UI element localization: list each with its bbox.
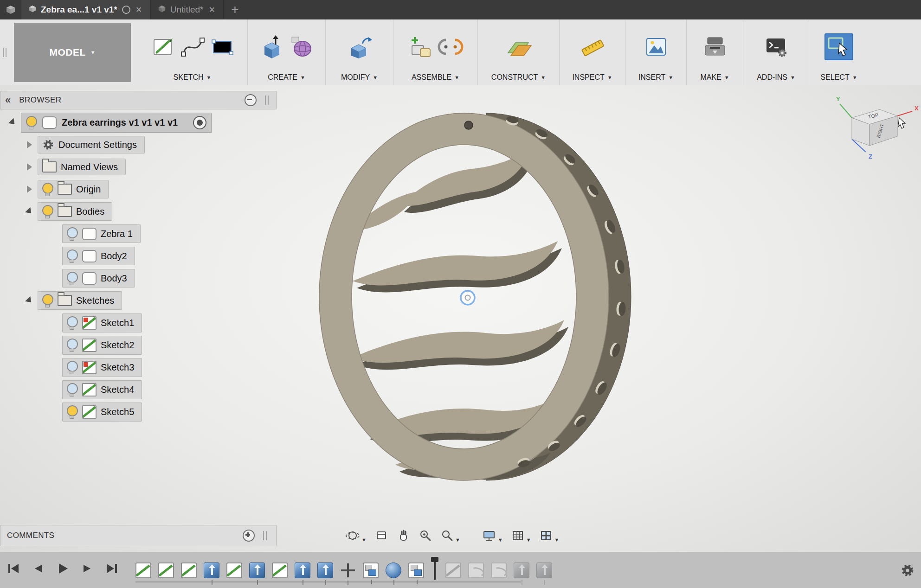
visibility-bulb-icon[interactable] bbox=[67, 272, 78, 283]
browser-root-component[interactable]: Zebra earrings v1 v1 v1 v1 bbox=[0, 111, 278, 134]
expander-icon[interactable] bbox=[27, 185, 32, 193]
browser-minimize-icon[interactable] bbox=[245, 94, 257, 106]
browser-item-origin[interactable]: Origin bbox=[0, 178, 278, 200]
display-settings-button[interactable]: ▼ bbox=[481, 528, 504, 543]
visibility-bulb-icon[interactable] bbox=[67, 227, 78, 238]
timeline-item-formwave[interactable] bbox=[491, 562, 507, 578]
joint-button[interactable] bbox=[438, 34, 464, 59]
expander-icon[interactable] bbox=[25, 296, 34, 305]
step-forward-button[interactable] bbox=[82, 563, 93, 576]
timeline-item-extrude[interactable] bbox=[249, 562, 265, 578]
tab-document-untitled[interactable]: Untitled* × bbox=[151, 0, 224, 19]
timeline-item-extrude[interactable] bbox=[536, 562, 552, 578]
visibility-bulb-icon[interactable] bbox=[42, 294, 53, 305]
visibility-bulb-icon[interactable] bbox=[42, 205, 53, 216]
tab-close-icon[interactable]: × bbox=[135, 5, 143, 15]
new-component-button[interactable] bbox=[408, 34, 434, 59]
chevron-down-icon[interactable]: ▼ bbox=[526, 537, 531, 543]
scripts-addins-button[interactable] bbox=[763, 34, 789, 59]
section-label-addins[interactable]: ADD-INS bbox=[757, 73, 787, 82]
section-label-modify[interactable]: MODIFY bbox=[341, 73, 370, 82]
section-label-insert[interactable]: INSERT bbox=[638, 73, 665, 82]
browser-item-zebra1[interactable]: Zebra 1 bbox=[0, 223, 278, 245]
browser-item-body2[interactable]: Body2 bbox=[0, 245, 278, 267]
zoom-button[interactable] bbox=[417, 528, 433, 543]
construction-plane-button[interactable] bbox=[506, 34, 532, 59]
browser-item-bodies[interactable]: Bodies bbox=[0, 200, 278, 223]
make-3d-print-button[interactable] bbox=[702, 34, 728, 59]
comments-drag-handle[interactable] bbox=[263, 531, 267, 540]
timeline-track[interactable] bbox=[135, 582, 521, 582]
timeline-item-sphere[interactable] bbox=[386, 562, 401, 578]
browser-drag-handle[interactable] bbox=[265, 96, 269, 105]
timeline-item-combine[interactable] bbox=[363, 562, 379, 578]
look-at-button[interactable] bbox=[374, 528, 389, 543]
comments-panel[interactable]: COMMENTS bbox=[0, 525, 277, 546]
chevron-down-icon[interactable]: ▼ bbox=[361, 537, 367, 543]
chevron-down-icon[interactable]: ▼ bbox=[790, 75, 795, 80]
section-label-inspect[interactable]: INSPECT bbox=[572, 73, 604, 82]
timeline-item-extrude[interactable] bbox=[514, 562, 529, 578]
section-label-select[interactable]: SELECT bbox=[820, 73, 849, 82]
timeline-item-sketch[interactable] bbox=[226, 562, 242, 578]
pan-button[interactable] bbox=[395, 528, 411, 543]
extrude-button[interactable] bbox=[259, 34, 285, 59]
grid-snap-button[interactable]: ▼ bbox=[510, 528, 532, 543]
section-label-construct[interactable]: CONSTRUCT bbox=[491, 73, 538, 82]
expander-icon[interactable] bbox=[8, 118, 17, 127]
timeline-scrubber[interactable] bbox=[434, 558, 436, 580]
timeline-item-sketch[interactable] bbox=[135, 562, 151, 578]
tab-document-zebra[interactable]: Zebra ea...1 v1 v1* × bbox=[21, 0, 151, 19]
expand-comments-icon[interactable] bbox=[243, 530, 255, 542]
section-label-assemble[interactable]: ASSEMBLE bbox=[412, 73, 451, 82]
workspace-selector[interactable]: MODEL ▼ bbox=[14, 23, 131, 82]
timeline-item-move[interactable] bbox=[340, 562, 356, 578]
timeline-item-sketch[interactable] bbox=[181, 562, 197, 578]
select-tool-button[interactable] bbox=[824, 33, 853, 60]
collapse-browser-icon[interactable]: « bbox=[5, 95, 11, 105]
browser-item-sketch3[interactable]: Sketch3 bbox=[0, 356, 278, 378]
visibility-bulb-icon[interactable] bbox=[67, 405, 78, 416]
chevron-down-icon[interactable]: ▼ bbox=[852, 75, 857, 80]
chevron-down-icon[interactable]: ▼ bbox=[724, 75, 729, 80]
timeline-item-sketch[interactable] bbox=[445, 562, 461, 578]
orbit-button[interactable]: ▼ bbox=[344, 528, 367, 543]
browser-item-sketch4[interactable]: Sketch4 bbox=[0, 378, 278, 401]
timeline-item-sketch[interactable] bbox=[158, 562, 174, 578]
timeline-item-formwave[interactable] bbox=[468, 562, 484, 578]
chevron-down-icon[interactable]: ▼ bbox=[373, 75, 378, 80]
timeline-item-sketch[interactable] bbox=[272, 562, 288, 578]
visibility-bulb-icon[interactable] bbox=[67, 339, 78, 350]
create-sketch-button[interactable] bbox=[150, 34, 176, 59]
timeline-item-extrude[interactable] bbox=[295, 562, 310, 578]
browser-item-body3[interactable]: Body3 bbox=[0, 267, 278, 289]
play-button[interactable] bbox=[57, 562, 69, 576]
toolbar-grip-handle[interactable] bbox=[3, 48, 6, 57]
skip-to-end-button[interactable] bbox=[106, 563, 118, 576]
insert-image-button[interactable] bbox=[643, 34, 669, 59]
expander-icon[interactable] bbox=[27, 163, 32, 171]
timeline-settings-gear-icon[interactable] bbox=[901, 563, 915, 579]
browser-item-sketch2[interactable]: Sketch2 bbox=[0, 334, 278, 356]
chevron-down-icon[interactable]: ▼ bbox=[498, 537, 503, 543]
expander-icon[interactable] bbox=[27, 141, 32, 148]
zoom-window-button[interactable]: ▼ bbox=[439, 528, 461, 543]
step-back-button[interactable] bbox=[32, 563, 44, 576]
create-form-button[interactable] bbox=[289, 34, 315, 59]
chevron-down-icon[interactable]: ▼ bbox=[541, 75, 546, 80]
activate-component-radio[interactable] bbox=[193, 116, 206, 129]
visibility-bulb-icon[interactable] bbox=[67, 249, 78, 261]
measure-button[interactable] bbox=[580, 34, 605, 59]
press-pull-button[interactable] bbox=[347, 34, 373, 59]
chevron-down-icon[interactable]: ▼ bbox=[300, 75, 305, 80]
chevron-down-icon[interactable]: ▼ bbox=[554, 537, 560, 543]
browser-item-named-views[interactable]: Named Views bbox=[0, 156, 278, 178]
chevron-down-icon[interactable]: ▼ bbox=[668, 75, 673, 80]
section-label-create[interactable]: CREATE bbox=[268, 73, 297, 82]
timeline-item-combine[interactable] bbox=[408, 562, 424, 578]
rectangle-tool-button[interactable] bbox=[209, 34, 235, 59]
chevron-down-icon[interactable]: ▼ bbox=[206, 75, 212, 80]
skip-to-start-button[interactable] bbox=[7, 563, 19, 576]
browser-item-sketch5[interactable]: Sketch5 bbox=[0, 401, 278, 423]
section-label-make[interactable]: MAKE bbox=[700, 73, 721, 82]
